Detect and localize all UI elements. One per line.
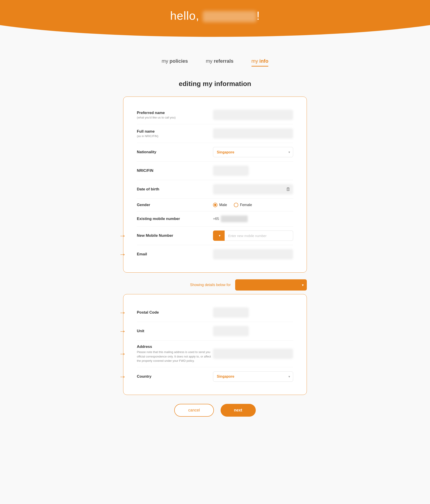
dob-label: Date of birth <box>137 187 213 191</box>
gender-male-option[interactable]: Male <box>213 203 227 207</box>
calendar-icon: 🗓 <box>286 187 290 192</box>
country-code-chevron: ▾ <box>219 234 221 238</box>
gender-female-label: Female <box>240 203 252 207</box>
full-name-sublabel: (as in NRIC/FIN) <box>137 135 213 138</box>
unit-label: Unit <box>137 329 213 333</box>
page-title: editing my information <box>123 80 307 88</box>
preferred-name-label: Preferred name <box>137 111 213 115</box>
dob-input[interactable] <box>213 184 293 194</box>
tab-info[interactable]: my info <box>251 58 269 67</box>
main-content: my policies my referrals my info editing… <box>119 40 311 435</box>
country-arrow-indicator <box>119 372 126 381</box>
showing-details-row: Showing details below for ▾ <box>123 279 307 290</box>
field-email: Email <box>137 245 293 263</box>
gender-female-radio[interactable] <box>234 203 238 207</box>
email-arrow-indicator <box>119 250 126 259</box>
nationality-dropdown-wrapper: Singapore ▾ <box>213 147 293 157</box>
address-note: Please note that this mailing address is… <box>137 350 213 363</box>
field-full-name: Full name (as in NRIC/FIN) <box>137 124 293 143</box>
new-mobile-label: New Mobile Number <box>137 234 213 238</box>
full-name-label: Full name <box>137 129 213 134</box>
field-new-mobile: New Mobile Number ▾ <box>137 226 293 245</box>
postal-code-input[interactable] <box>213 307 249 318</box>
field-nric: NRIC/FIN <box>137 162 293 180</box>
gender-options: Male Female <box>213 203 293 207</box>
header: hello, ! <box>0 0 430 40</box>
existing-mobile-display: +65 <box>213 216 293 222</box>
field-postal-code: Postal Code <box>137 303 293 322</box>
mobile-prefix: +65 <box>213 217 219 221</box>
preferred-name-sublabel: (what you'd like us to call you) <box>137 116 213 119</box>
email-label: Email <box>137 252 213 256</box>
postal-code-arrow-indicator <box>119 308 126 317</box>
country-label: Country <box>137 374 213 379</box>
field-unit: Unit <box>137 322 293 341</box>
gender-male-radio[interactable] <box>213 203 217 207</box>
gender-female-option[interactable]: Female <box>234 203 252 207</box>
postal-code-label: Postal Code <box>137 310 213 315</box>
user-name <box>203 11 256 22</box>
country-code-button[interactable]: ▾ <box>213 231 225 241</box>
address-input[interactable] <box>213 349 293 359</box>
field-country: Country Singapore ▾ <box>137 367 293 386</box>
preferred-name-input[interactable] <box>213 110 293 120</box>
email-input[interactable] <box>213 249 293 259</box>
gender-label: Gender <box>137 203 213 207</box>
form-card-address: Postal Code Unit Address Please note tha… <box>123 294 307 395</box>
field-address: Address Please note that this mailing ad… <box>137 341 293 367</box>
full-name-input[interactable] <box>213 128 293 139</box>
form-card-personal: Preferred name (what you'd like us to ca… <box>123 97 307 273</box>
gender-male-label: Male <box>219 203 227 207</box>
field-nationality: Nationality Singapore ▾ <box>137 143 293 162</box>
new-mobile-wrapper: ▾ <box>213 231 293 241</box>
country-select[interactable]: Singapore <box>213 371 293 382</box>
field-gender: Gender Male Female <box>137 199 293 211</box>
greeting: hello, ! <box>0 9 430 22</box>
dob-wrapper: 🗓 <box>213 184 293 194</box>
field-preferred-name: Preferred name (what you'd like us to ca… <box>137 106 293 124</box>
showing-details-dropdown-wrapper: ▾ <box>235 279 307 290</box>
nric-input[interactable] <box>213 166 249 176</box>
cancel-button[interactable]: cancel <box>174 404 214 417</box>
unit-arrow-indicator <box>119 327 126 335</box>
country-dropdown-wrapper: Singapore ▾ <box>213 371 293 382</box>
existing-mobile-label: Existing mobile number <box>137 216 213 221</box>
showing-details-select[interactable] <box>235 279 307 290</box>
nric-label: NRIC/FIN <box>137 169 213 173</box>
action-buttons: cancel next <box>123 404 307 417</box>
address-label: Address <box>137 344 213 349</box>
header-wave <box>0 25 430 41</box>
tab-policies[interactable]: my policies <box>162 58 188 67</box>
new-mobile-input[interactable] <box>225 231 293 241</box>
tab-referrals[interactable]: my referrals <box>206 58 233 67</box>
nationality-select[interactable]: Singapore <box>213 147 293 157</box>
next-button[interactable]: next <box>221 404 256 417</box>
nav-tabs: my policies my referrals my info <box>123 58 307 67</box>
nationality-label: Nationality <box>137 150 213 154</box>
showing-details-label: Showing details below for <box>190 283 231 287</box>
new-mobile-arrow-indicator <box>119 232 126 240</box>
field-dob: Date of birth 🗓 <box>137 180 293 199</box>
existing-mobile-number <box>221 216 248 222</box>
address-arrow-indicator <box>119 350 126 358</box>
field-existing-mobile: Existing mobile number +65 <box>137 211 293 226</box>
unit-input[interactable] <box>213 326 249 336</box>
